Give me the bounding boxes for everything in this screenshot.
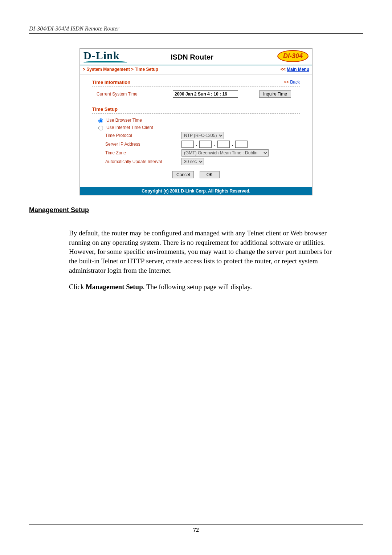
radio-browser-time-label: Use Browser Time [106,118,142,123]
label-update-interval: Automatically Update Interval [92,159,181,164]
button-row: Cancel OK [92,167,300,185]
para2-prefix: Click [69,283,86,291]
main-menu-label: Main Menu [287,67,309,72]
label-time-protocol: Time Protocol [92,133,181,138]
doc-paragraph-2: Click Management Setup. The following se… [69,282,338,292]
section-title-time-info: Time Information [92,80,130,85]
radio-internet-time[interactable] [98,126,103,130]
document-page: DI-304/DI-304M ISDN Remote Router D-Link… [0,0,392,555]
radio-internet-time-label: Use Internet Time Client [106,125,153,130]
ui-top-bar: D-Link ISDN Router DI-304 [80,49,312,65]
model-badge: DI-304 [277,50,309,62]
row-current-time: Current System Time Inquire Time [92,90,300,98]
current-time-field[interactable] [173,90,238,98]
time-zone-select[interactable]: (GMT) Greenwich Mean Time : Dublin [181,149,269,157]
row-time-zone: Time Zone (GMT) Greenwich Mean Time : Du… [92,149,300,157]
main-menu-link[interactable]: << Main Menu [281,67,309,72]
doc-section-heading: Management Setup [29,206,363,214]
ip-octet-4[interactable] [235,141,248,148]
update-interval-select[interactable]: 30 sec [181,158,204,165]
label-current-time: Current System Time [92,92,173,97]
row-server-ip: Server IP Address . . . [92,141,300,148]
breadcrumb-bar: > System Management > Time Setup << Main… [80,65,312,74]
radio-browser-time-row: Use Browser Time [92,117,300,123]
ip-octet-3[interactable] [217,141,230,148]
radio-browser-time[interactable] [98,118,103,123]
ip-octet-1[interactable] [181,141,194,148]
section-time-information: Time Information << Back Current System … [80,74,312,101]
breadcrumb: > System Management > Time Setup [83,67,158,72]
router-ui-frame: D-Link ISDN Router DI-304 > System Manag… [79,48,313,195]
section-title-time-setup: Time Setup [92,106,118,112]
row-update-interval: Automatically Update Interval 30 sec [92,158,300,165]
para2-suffix: . The following setup page will display. [143,283,252,291]
back-prefix: << [284,80,290,85]
ui-footer: Copyright (c) 2001 D-Link Corp. All Righ… [80,187,312,195]
cancel-button[interactable]: Cancel [172,171,194,178]
label-time-zone: Time Zone [92,150,181,155]
brand-underline [83,61,127,64]
time-protocol-select[interactable]: NTP (RFC-1305) [181,132,224,139]
section-header: Time Setup [92,106,300,114]
brand-logo: D-Link [83,49,119,62]
label-server-ip: Server IP Address [92,142,181,147]
page-header: DI-304/DI-304M ISDN Remote Router [29,25,363,34]
main-menu-prefix: << [281,67,287,72]
doc-paragraph-1: By default, the router may be configured… [69,228,338,275]
para2-bold: Management Setup [86,283,143,291]
ip-octet-2[interactable] [199,141,212,148]
section-time-setup: Time Setup Use Browser Time Use Internet… [80,101,312,187]
page-number: 72 [193,527,199,533]
back-link[interactable]: << Back [284,80,300,85]
inquire-time-button[interactable]: Inquire Time [259,90,291,98]
page-footer: 72 [29,524,363,533]
radio-internet-time-row: Use Internet Time Client [92,125,300,130]
product-title: ISDN Router [171,53,213,61]
back-label: Back [290,80,300,85]
row-time-protocol: Time Protocol NTP (RFC-1305) [92,132,300,139]
section-header: Time Information << Back [92,80,300,87]
ok-button[interactable]: OK [200,171,220,178]
